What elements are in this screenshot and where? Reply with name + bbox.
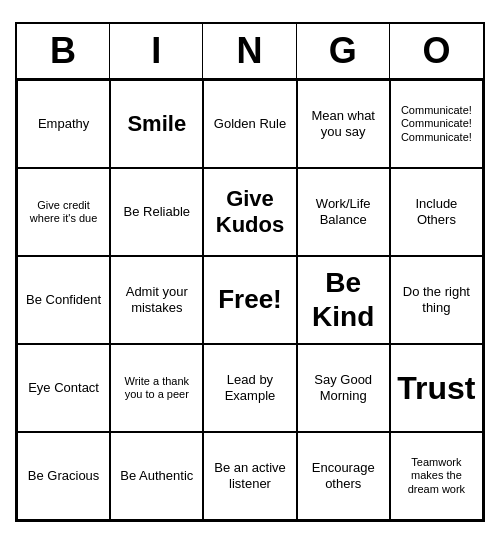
bingo-cell-14: Do the right thing [390, 256, 483, 344]
bingo-cell-24: Teamwork makes the dream work [390, 432, 483, 520]
bingo-cell-15: Eye Contact [17, 344, 110, 432]
bingo-header: BINGO [17, 24, 483, 80]
bingo-cell-17: Lead by Example [203, 344, 296, 432]
bingo-letter-g: G [297, 24, 390, 78]
bingo-cell-10: Be Confident [17, 256, 110, 344]
bingo-cell-8: Work/Life Balance [297, 168, 390, 256]
bingo-cell-9: Include Others [390, 168, 483, 256]
bingo-letter-n: N [203, 24, 296, 78]
bingo-cell-5: Give credit where it's due [17, 168, 110, 256]
bingo-cell-13: Be Kind [297, 256, 390, 344]
bingo-cell-20: Be Gracious [17, 432, 110, 520]
bingo-cell-12: Free! [203, 256, 296, 344]
bingo-cell-6: Be Reliable [110, 168, 203, 256]
bingo-cell-18: Say Good Morning [297, 344, 390, 432]
bingo-cell-21: Be Authentic [110, 432, 203, 520]
bingo-card: BINGO EmpathySmileGolden RuleMean what y… [15, 22, 485, 522]
bingo-cell-23: Encourage others [297, 432, 390, 520]
bingo-cell-0: Empathy [17, 80, 110, 168]
bingo-cell-16: Write a thank you to a peer [110, 344, 203, 432]
bingo-grid: EmpathySmileGolden RuleMean what you say… [17, 80, 483, 520]
bingo-cell-4: Communicate! Communicate! Communicate! [390, 80, 483, 168]
bingo-cell-1: Smile [110, 80, 203, 168]
bingo-cell-2: Golden Rule [203, 80, 296, 168]
bingo-letter-i: I [110, 24, 203, 78]
bingo-letter-o: O [390, 24, 483, 78]
bingo-cell-3: Mean what you say [297, 80, 390, 168]
bingo-cell-22: Be an active listener [203, 432, 296, 520]
bingo-cell-7: Give Kudos [203, 168, 296, 256]
bingo-cell-11: Admit your mistakes [110, 256, 203, 344]
bingo-letter-b: B [17, 24, 110, 78]
bingo-cell-19: Trust [390, 344, 483, 432]
